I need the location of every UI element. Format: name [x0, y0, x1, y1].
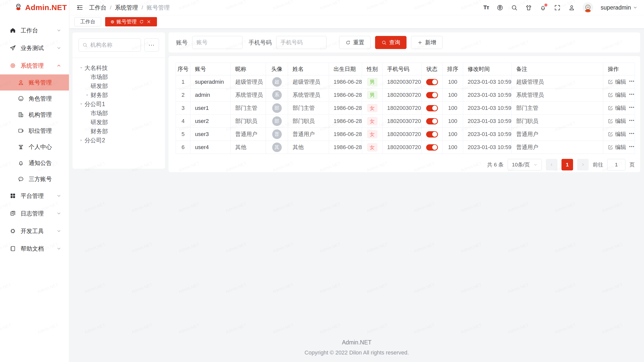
- profile-icon[interactable]: [568, 4, 575, 11]
- sidebar-item-org-management[interactable]: 机构管理: [0, 107, 69, 123]
- add-button[interactable]: 新增: [411, 36, 442, 49]
- tree-node[interactable]: 大名科技: [78, 63, 163, 72]
- edit-button[interactable]: 编辑: [608, 91, 626, 99]
- sidebar-item-role-management[interactable]: 角色管理: [0, 90, 69, 107]
- caret-collapsed-icon[interactable]: [78, 137, 85, 144]
- footer: Admin.NET Copyright © 2022 Dilon All rig…: [69, 339, 644, 356]
- brand[interactable]: Admin.NET: [0, 0, 69, 15]
- menu-fold-icon[interactable]: [76, 4, 84, 11]
- notification-bell-icon[interactable]: [540, 4, 546, 11]
- breadcrumb-separator: /: [110, 5, 111, 11]
- reset-button[interactable]: 重置: [339, 36, 371, 49]
- chip-icon: [10, 228, 16, 234]
- org-tree-panel: ... 大名科技 市场部 研发部 财务部 分公司1: [72, 32, 165, 169]
- sidebar-item-personal-center[interactable]: 个人中心: [0, 139, 69, 155]
- status-toggle[interactable]: [426, 79, 438, 85]
- sidebar-item-system-management[interactable]: 系统管理: [0, 57, 69, 74]
- breadcrumb-item[interactable]: 工作台: [89, 4, 106, 12]
- page-size-select[interactable]: 10条/页: [508, 159, 542, 170]
- sidebar-item-log-management[interactable]: 日志管理: [0, 205, 69, 222]
- chevron-down-icon: [56, 229, 61, 234]
- phone-filter-input[interactable]: [276, 36, 327, 49]
- sidebar-item-workbench[interactable]: 工作台: [0, 22, 69, 39]
- sidebar-item-label: 帮助文档: [21, 245, 56, 253]
- sidebar-item-help-docs[interactable]: 帮助文档: [0, 240, 69, 257]
- tab-close-icon[interactable]: [146, 19, 151, 24]
- edit-button[interactable]: 编辑: [608, 130, 626, 138]
- more-actions-button[interactable]: •••: [629, 118, 635, 124]
- role-icon: [18, 95, 24, 102]
- sidebar-item-platform-management[interactable]: 平台管理: [0, 187, 69, 205]
- sidebar-item-account-management[interactable]: 账号管理: [0, 74, 69, 90]
- tab-account-management[interactable]: 账号管理: [105, 17, 157, 26]
- edit-button[interactable]: 编辑: [608, 78, 626, 86]
- tree-node[interactable]: 分公司2: [78, 136, 163, 145]
- tab-workbench[interactable]: 工作台: [74, 17, 101, 26]
- search-icon[interactable]: [511, 4, 518, 11]
- query-button[interactable]: 查询: [375, 36, 407, 49]
- edit-button[interactable]: 编辑: [608, 104, 626, 112]
- edit-button-label: 编辑: [615, 130, 626, 138]
- more-actions-button[interactable]: •••: [629, 105, 635, 111]
- tab-refresh-icon[interactable]: [139, 19, 144, 24]
- notification-dot: [544, 4, 547, 7]
- edit-button[interactable]: 编辑: [608, 144, 626, 151]
- breadcrumb-item[interactable]: 系统管理: [115, 4, 138, 12]
- sidebar-item-third-party-account[interactable]: 三方账号: [0, 171, 69, 187]
- theme-icon[interactable]: [525, 4, 532, 11]
- gender-badge: 女: [367, 117, 377, 125]
- cell-remark: 部门主管: [512, 102, 603, 115]
- tree-node[interactable]: 研发部: [78, 81, 163, 90]
- account-filter-input[interactable]: [192, 36, 243, 49]
- cell-index: 5: [176, 128, 190, 141]
- org-more-button[interactable]: ...: [144, 38, 159, 52]
- cell-phone: 18020030720: [383, 75, 422, 88]
- avatar[interactable]: [583, 2, 593, 13]
- tree-node-label: 分公司1: [85, 100, 105, 108]
- language-icon[interactable]: [497, 4, 503, 11]
- goto-label: 前往: [593, 161, 603, 168]
- caret-expanded-icon[interactable]: [78, 101, 85, 107]
- more-actions-button[interactable]: •••: [629, 144, 635, 150]
- status-toggle[interactable]: [426, 118, 438, 124]
- current-page-button[interactable]: 1: [561, 159, 573, 170]
- cell-nickname: 部门主管: [231, 102, 266, 115]
- cell-phone: 18020030720: [383, 102, 422, 115]
- status-toggle[interactable]: [426, 144, 438, 151]
- edit-button[interactable]: 编辑: [608, 117, 626, 125]
- status-toggle[interactable]: [426, 105, 438, 111]
- sidebar-item-business-test[interactable]: 业务测试: [0, 39, 69, 57]
- next-page-button[interactable]: [577, 159, 589, 170]
- more-actions-button[interactable]: •••: [629, 131, 635, 137]
- caret-expanded-icon[interactable]: [78, 65, 85, 71]
- status-toggle[interactable]: [426, 131, 438, 138]
- prev-page-button[interactable]: [546, 159, 557, 170]
- tree-node[interactable]: 财务部: [78, 127, 163, 136]
- cell-birthday: 1986-06-28: [329, 88, 362, 102]
- fullscreen-icon[interactable]: [554, 4, 561, 11]
- tree-node[interactable]: 研发部: [78, 118, 163, 127]
- org-search-box: [78, 38, 141, 52]
- tree-node[interactable]: 财务部: [78, 90, 163, 100]
- tree-node[interactable]: 分公司1: [78, 100, 163, 109]
- tree-node-label: 分公司2: [85, 137, 105, 144]
- sidebar-item-dev-tools[interactable]: 开发工具: [0, 222, 69, 240]
- more-actions-button[interactable]: •••: [629, 79, 635, 85]
- sidebar-item-position-management[interactable]: 职位管理: [0, 123, 69, 139]
- cell-nickname: 部门职员: [231, 115, 266, 128]
- column-header: 操作: [603, 63, 635, 75]
- tree-node[interactable]: 市场部: [78, 109, 163, 118]
- org-search-input[interactable]: [90, 42, 137, 48]
- tree-node[interactable]: 市场部: [78, 72, 163, 81]
- more-actions-button[interactable]: •••: [629, 92, 635, 98]
- cell-name: 部门职员: [288, 115, 329, 128]
- goto-page-input[interactable]: [607, 159, 625, 170]
- edit-button-label: 编辑: [615, 117, 626, 125]
- font-size-icon[interactable]: Tт: [484, 4, 489, 11]
- sidebar-item-notice[interactable]: 通知公告: [0, 155, 69, 171]
- sidebar: Admin.NET 工作台 业务测试 系统管理 账号管理 角色管理: [0, 0, 69, 362]
- column-header: 序号: [176, 63, 190, 75]
- status-toggle[interactable]: [426, 92, 438, 98]
- caret-collapsed-icon[interactable]: [84, 92, 91, 98]
- user-menu[interactable]: superadmin: [601, 4, 637, 11]
